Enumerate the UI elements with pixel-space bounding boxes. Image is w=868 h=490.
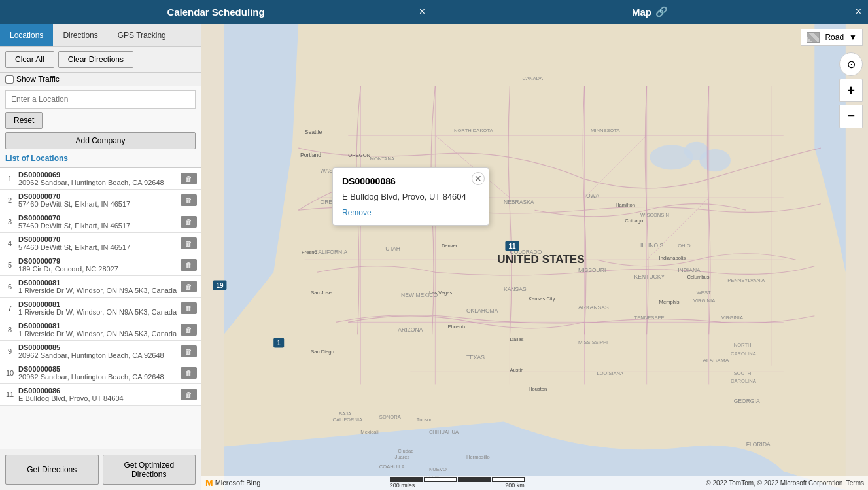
popup-close-button[interactable]: ✕ — [472, 172, 485, 185]
road-dropdown-arrow: ▼ — [849, 33, 857, 42]
delete-location-button[interactable]: 🗑 — [181, 345, 197, 357]
list-item: 5 DS00000079 189 Cir Dr, Concord, NC 280… — [0, 254, 201, 276]
scale-miles-label: 200 miles — [390, 482, 415, 489]
svg-text:Juarez: Juarez — [395, 454, 410, 460]
delete-location-button[interactable]: 🗑 — [181, 194, 197, 206]
clear-directions-button[interactable]: Clear Directions — [58, 51, 133, 68]
gps-location-button[interactable]: ⊙ — [839, 52, 863, 76]
map-controls: Road ▼ ⊙ + − — [801, 29, 863, 128]
terms-link[interactable]: Terms — [846, 480, 864, 487]
map-marker-1[interactable]: 1 — [273, 338, 284, 348]
map-footer: M Microsoft Bing 200 miles 200 km © 2022… — [201, 476, 868, 490]
get-directions-button[interactable]: Get Directions — [5, 455, 99, 485]
svg-text:Austin: Austin — [510, 367, 523, 373]
svg-text:NUEVO: NUEVO — [429, 466, 447, 472]
road-label: Road — [825, 33, 844, 42]
get-optimized-directions-button[interactable]: Get Optimized Directions — [103, 455, 196, 485]
svg-text:GEORGIA: GEORGIA — [734, 398, 760, 404]
svg-text:CAROLINA: CAROLINA — [731, 378, 757, 384]
close-left-panel-button[interactable]: × — [419, 6, 425, 18]
svg-text:WEST: WEST — [697, 290, 711, 296]
svg-text:Kansas City: Kansas City — [529, 296, 555, 302]
delete-location-button[interactable]: 🗑 — [181, 367, 197, 379]
location-info: DS00000070 57460 DeWitt St, Elkhart, IN … — [16, 214, 181, 230]
list-item: 9 DS00000085 20962 Sandbar, Huntington B… — [0, 341, 201, 362]
location-number: 2 — [4, 196, 16, 204]
tab-gps-tracking[interactable]: GPS Tracking — [108, 24, 176, 46]
svg-text:Dallas: Dallas — [510, 336, 523, 342]
location-info: DS00000081 1 Riverside Dr W, Windsor, ON… — [16, 300, 181, 316]
map-style-selector[interactable]: Road ▼ — [801, 29, 863, 46]
svg-text:ARKANSAS: ARKANSAS — [578, 304, 609, 311]
tab-locations[interactable]: Locations — [0, 24, 53, 46]
location-id: DS00000069 — [18, 171, 178, 179]
location-number: 11 — [4, 391, 16, 398]
delete-location-button[interactable]: 🗑 — [181, 302, 197, 314]
copyright-text: © 2022 TomTom, © 2022 Microsoft Corporat… — [706, 480, 864, 487]
svg-text:VIRGINIA: VIRGINIA — [721, 315, 744, 321]
svg-text:LOUISIANA: LOUISIANA — [597, 370, 624, 376]
left-panel: Locations Directions GPS Tracking Clear … — [0, 24, 201, 490]
location-info: DS00000079 189 Cir Dr, Concord, NC 28027 — [16, 257, 181, 273]
bing-icon: M — [205, 478, 213, 488]
location-info: DS00000081 1 Riverside Dr W, Windsor, ON… — [16, 322, 181, 338]
svg-text:Hermosillo: Hermosillo — [466, 454, 490, 460]
location-id: DS00000086 — [18, 387, 178, 394]
svg-text:Las Vegas: Las Vegas — [429, 290, 453, 296]
map-marker-11[interactable]: 11 — [505, 241, 519, 251]
delete-location-button[interactable]: 🗑 — [181, 173, 197, 184]
svg-text:Memphis: Memphis — [659, 299, 680, 305]
svg-text:ILLINOIS: ILLINOIS — [640, 242, 663, 249]
clear-all-button[interactable]: Clear All — [5, 51, 54, 68]
delete-location-button[interactable]: 🗑 — [181, 259, 197, 271]
location-id: DS00000085 — [18, 343, 178, 351]
svg-text:San Diego: San Diego — [311, 349, 334, 355]
location-info: DS00000070 57460 DeWitt St, Elkhart, IN … — [16, 236, 181, 251]
map-svg: WASHINGTON OREGON CALIFORNIA MONTANA NOR… — [201, 24, 868, 490]
delete-location-button[interactable]: 🗑 — [181, 216, 197, 228]
search-section: Reset Add Company List of Locations — [0, 86, 201, 167]
delete-location-button[interactable]: 🗑 — [181, 389, 197, 400]
svg-text:CANADA: CANADA — [522, 75, 544, 81]
location-id: DS00000070 — [18, 214, 178, 222]
svg-text:Portland: Portland — [300, 152, 321, 158]
svg-text:IOWA: IOWA — [585, 192, 600, 199]
svg-text:San Jose: San Jose — [311, 290, 332, 296]
location-number: 10 — [4, 369, 16, 377]
location-address: E Bulldog Blvd, Provo, UT 84604 — [18, 394, 178, 402]
location-info: DS00000069 20962 Sandbar, Huntington Bea… — [16, 171, 181, 186]
svg-text:KANSAS: KANSAS — [504, 286, 527, 292]
svg-text:Ciudad: Ciudad — [398, 448, 413, 454]
list-item: 2 DS00000070 57460 DeWitt St, Elkhart, I… — [0, 190, 201, 211]
location-id: DS00000079 — [18, 257, 178, 265]
svg-text:INDIANA: INDIANA — [678, 267, 701, 273]
list-item: 6 DS00000081 1 Riverside Dr W, Windsor, … — [0, 276, 201, 298]
popup-location-id: DS00000086 — [342, 176, 479, 186]
svg-text:MONTANA: MONTANA — [370, 156, 395, 162]
svg-text:PENNSYLVANIA: PENNSYLVANIA — [727, 277, 765, 283]
svg-text:CAROLINA: CAROLINA — [731, 351, 757, 357]
delete-location-button[interactable]: 🗑 — [181, 237, 197, 249]
location-number: 8 — [4, 326, 16, 334]
zoom-in-button[interactable]: + — [839, 79, 863, 102]
popup-remove-link[interactable]: Remove — [342, 208, 372, 217]
location-number: 6 — [4, 283, 16, 290]
bing-logo: M Microsoft Bing — [205, 478, 260, 488]
map-marker-19[interactable]: 19 — [213, 281, 226, 290]
delete-location-button[interactable]: 🗑 — [181, 281, 197, 292]
location-search-input[interactable] — [5, 90, 196, 109]
show-traffic-checkbox[interactable] — [5, 75, 14, 84]
zoom-out-button[interactable]: − — [839, 105, 863, 128]
svg-text:NEBRASKA: NEBRASKA — [504, 199, 534, 205]
delete-location-button[interactable]: 🗑 — [181, 324, 197, 336]
svg-text:CHIHUAHUA: CHIHUAHUA — [429, 429, 459, 435]
svg-text:Columbus: Columbus — [687, 274, 709, 280]
location-address: 20962 Sandbar, Huntington Beach, CA 9264… — [18, 373, 178, 381]
add-company-button[interactable]: Add Company — [5, 132, 196, 149]
locations-list: 1 DS00000069 20962 Sandbar, Huntington B… — [0, 167, 201, 449]
reset-button[interactable]: Reset — [5, 112, 43, 129]
svg-text:OREGON: OREGON — [348, 152, 370, 158]
location-address: 20962 Sandbar, Huntington Beach, CA 9264… — [18, 351, 178, 359]
close-map-button[interactable]: × — [856, 6, 861, 18]
tab-directions[interactable]: Directions — [53, 24, 107, 46]
